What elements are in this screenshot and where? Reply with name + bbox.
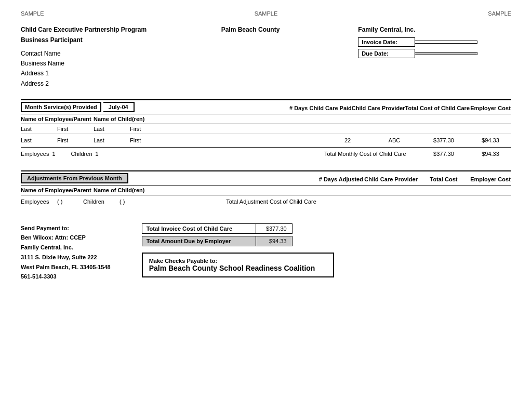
- watermark-center: SAMPLE: [255, 10, 278, 17]
- adj-child-label: Name of Child(ren): [94, 187, 161, 193]
- monthly-label: Total Monthly Cost of Child Care: [324, 151, 418, 157]
- col-header-provider: Child Care Provider: [352, 104, 405, 112]
- children-label: Children: [71, 151, 92, 157]
- child-first-label: First: [130, 126, 161, 132]
- adj-child-paren: ( ): [119, 198, 140, 205]
- service-table: Month Service(s) Provided July-04 # Days…: [21, 99, 511, 160]
- child-first-0: First: [130, 137, 161, 143]
- employees-count: 1: [52, 151, 55, 157]
- subheader-row: Name of Employee/Parent Name of Child(re…: [21, 114, 511, 124]
- checks-box: Make Checks Payable to: Palm Beach Count…: [142, 253, 334, 277]
- send-payment-label: Send Payment to:: [21, 223, 111, 233]
- col-header-employer: Employer Cost: [470, 104, 511, 112]
- due-date-value: [415, 52, 477, 55]
- invoice-total-label: Total Invoice Cost of Child Care: [142, 223, 256, 234]
- total-cost-0: $377.30: [418, 137, 470, 143]
- totals-right: Total Monthly Cost of Child Care $377.30…: [226, 151, 511, 157]
- adj-subheader-right: [226, 187, 511, 193]
- totals-employer-cost: $94.33: [470, 151, 511, 157]
- address2: Address 2: [21, 79, 174, 89]
- emp-last-0: Last: [21, 137, 57, 143]
- invoice-date-label: Invoice Date:: [358, 37, 415, 47]
- col-header-totalcost: Total Cost of Child Care: [405, 104, 470, 112]
- payment-address1: 3111 S. Dixie Hwy, Suite 222: [21, 253, 111, 262]
- provider-0: ABC: [371, 137, 418, 143]
- adj-subheader-left: Name of Employee/Parent Name of Child(re…: [21, 187, 226, 193]
- adj-emp-label: Name of Employee/Parent: [21, 187, 94, 193]
- adj-emp-paren: ( ): [57, 198, 78, 205]
- totals-left: Employees 1 Children 1: [21, 151, 226, 157]
- payment-org: Family Central, Inc.: [21, 243, 111, 253]
- child-name-label: Name of Child(ren): [94, 116, 161, 122]
- top-section: Child Care Executive Partnership Program…: [21, 26, 511, 89]
- top-left: Child Care Executive Partnership Program…: [21, 26, 174, 89]
- data-row-0-left: Last First Last First: [21, 137, 226, 143]
- due-date-label: Due Date:: [358, 49, 415, 58]
- employer-total-value: $94.33: [256, 236, 292, 246]
- top-center: Palm Beach County: [174, 26, 327, 89]
- top-right: Family Central, Inc. Invoice Date: Due D…: [327, 26, 511, 89]
- adj-data-left: Employees ( ) Children ( ): [21, 198, 226, 205]
- service-header-row: Month Service(s) Provided July-04 # Days…: [21, 99, 511, 114]
- service-header-left: Month Service(s) Provided July-04: [21, 102, 226, 112]
- col-headers: # Days Child Care Paid Child Care Provid…: [226, 104, 511, 112]
- data-row-0-right: 22 ABC $377.30 $94.33: [226, 137, 511, 143]
- month-label: Month Service(s) Provided: [21, 102, 101, 112]
- name-labels-left: Last First Last First: [21, 126, 226, 132]
- employer-total-row: Total Amount Due by Employer $94.33: [142, 236, 292, 246]
- children-count: 1: [96, 151, 99, 157]
- totals-total-cost: $377.30: [418, 151, 470, 157]
- payment-right: Total Invoice Cost of Child Care $377.30…: [142, 223, 511, 277]
- address1: Address 1: [21, 69, 174, 78]
- adj-header-row: Adjustments From Previous Month # Days A…: [21, 170, 511, 185]
- adj-emp-last: Employees: [21, 198, 57, 205]
- adj-col-provider: Child Care Provider: [364, 176, 418, 183]
- watermark-left: SAMPLE: [21, 10, 44, 17]
- bottom-section: Send Payment to: Ben Wilcox: Attn: CCEP …: [21, 223, 511, 282]
- emp-last-label: Last: [21, 126, 57, 132]
- org-name: Family Central, Inc.: [358, 26, 511, 33]
- adj-col-headers: # Days Adjusted Child Care Provider Tota…: [226, 176, 511, 183]
- col-placeholder: [226, 116, 511, 122]
- adj-data-row: Employees ( ) Children ( ) Total Adjustm…: [21, 195, 511, 208]
- data-row-0: Last First Last First 22 ABC $377.30 $94…: [21, 134, 511, 147]
- payment-phone: 561-514-3303: [21, 272, 111, 282]
- program-title: Child Care Executive Partnership Program: [21, 26, 174, 33]
- adj-title: Adjustments From Previous Month: [21, 173, 128, 183]
- adj-col-employer: Employer Cost: [470, 176, 511, 183]
- invoice-total-row: Total Invoice Cost of Child Care $377.30: [142, 223, 292, 234]
- payment-name: Ben Wilcox: Attn: CCEP: [21, 233, 111, 243]
- contact-block: Contact Name Business Name Address 1 Add…: [21, 49, 174, 89]
- adj-col-total: Total Cost: [418, 176, 470, 183]
- employer-cost-0: $94.33: [470, 137, 511, 143]
- emp-parent-label: Name of Employee/Parent: [21, 116, 94, 122]
- watermark-bar: SAMPLE SAMPLE SAMPLE: [21, 10, 511, 17]
- county-label: Palm Beach County: [174, 26, 327, 33]
- business-participant: Business Participant: [21, 36, 174, 44]
- adj-total-label: Total Adjustment Cost of Child Care: [226, 198, 316, 205]
- watermark-right: SAMPLE: [488, 10, 511, 17]
- col-header-days: # Days Child Care Paid: [289, 104, 352, 112]
- adj-data-right: Total Adjustment Cost of Child Care: [226, 198, 511, 205]
- invoice-total-value: $377.30: [256, 223, 292, 234]
- checks-org: Palm Beach County School Readiness Coali…: [149, 264, 327, 272]
- totals-row: Employees 1 Children 1 Total Monthly Cos…: [21, 147, 511, 160]
- payment-address2: West Palm Beach, FL 33405-1548: [21, 262, 111, 272]
- child-last-label: Last: [94, 126, 130, 132]
- adjustments-section: Adjustments From Previous Month # Days A…: [21, 170, 511, 208]
- name-labels-row: Last First Last First: [21, 124, 511, 134]
- adj-child-label-val: Children: [83, 198, 114, 205]
- invoice-date-row: Invoice Date:: [358, 37, 511, 47]
- days-0: 22: [324, 137, 371, 143]
- due-date-row: Due Date:: [358, 49, 511, 58]
- name-labels-right: [226, 126, 511, 132]
- emp-first-label: First: [57, 126, 94, 132]
- month-value: July-04: [103, 102, 135, 112]
- invoice-date-value: [415, 41, 477, 44]
- adj-subheader-row: Name of Employee/Parent Name of Child(re…: [21, 185, 511, 195]
- business-name: Business Name: [21, 59, 174, 69]
- adj-col-days: # Days Adjusted: [317, 176, 364, 183]
- child-last-0: Last: [94, 137, 130, 143]
- adj-left: Adjustments From Previous Month: [21, 173, 226, 183]
- emp-first-0: First: [57, 137, 94, 143]
